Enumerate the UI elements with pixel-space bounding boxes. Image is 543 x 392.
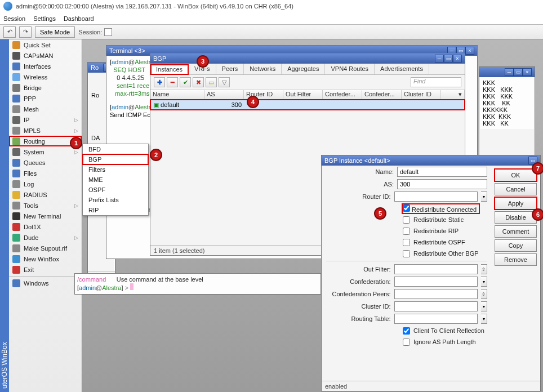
sidebar-item-capsman[interactable]: CAPsMAN: [9, 50, 82, 61]
dropdown-icon[interactable]: ▾: [481, 277, 488, 287]
menu-settings[interactable]: Settings: [33, 15, 56, 22]
tab-instances[interactable]: Instances: [150, 64, 189, 75]
submenu-item-bgp[interactable]: BGP: [83, 154, 148, 164]
column-header[interactable]: Name: [150, 90, 204, 100]
routerid-field[interactable]: [394, 191, 478, 202]
column-menu-icon[interactable]: ▾: [441, 90, 465, 100]
submenu-item-ospf[interactable]: OSPF: [83, 185, 148, 195]
routerid-dropdown-icon[interactable]: ▾: [481, 191, 488, 202]
safe-mode-button[interactable]: Safe Mode: [35, 26, 75, 38]
add-button[interactable]: ✚: [154, 77, 165, 87]
disable-button[interactable]: ✖: [193, 77, 204, 87]
sidebar-item-interfaces[interactable]: Interfaces: [9, 61, 82, 72]
remove-button[interactable]: ━: [167, 77, 178, 87]
client-to-client-checkbox[interactable]: [403, 327, 410, 335]
name-field[interactable]: [397, 167, 487, 177]
sidebar-item-bridge[interactable]: Bridge: [9, 82, 82, 93]
redo-button[interactable]: ↷: [19, 26, 32, 38]
sidebar-item-tools[interactable]: Tools▷: [9, 200, 82, 211]
sidebar-item-exit[interactable]: Exit: [9, 264, 82, 275]
dropdown-icon[interactable]: ⇳: [481, 264, 488, 274]
apply-button[interactable]: Apply: [495, 197, 537, 210]
sidebar-item-wireless[interactable]: Wireless: [9, 72, 82, 82]
submenu-item-prefix-lists[interactable]: Prefix Lists: [83, 195, 148, 205]
tab-aggregates[interactable]: Aggregates: [282, 64, 325, 74]
tab-vpn4-routes[interactable]: VPN4 Routes: [325, 64, 375, 74]
sidebar-item-dude[interactable]: Dude▷: [9, 232, 82, 243]
sidebar-item-mesh[interactable]: Mesh: [9, 104, 82, 114]
sidebar-item-newterm[interactable]: New Terminal: [9, 211, 82, 221]
callout-6: 6: [532, 208, 543, 221]
sidebar-item-newwinbox[interactable]: New WinBox: [9, 253, 82, 264]
comment-button[interactable]: ▭: [206, 77, 217, 87]
dropdown-icon[interactable]: ⇳: [481, 289, 488, 299]
as-field[interactable]: [397, 179, 487, 189]
column-header[interactable]: Confeder...: [362, 90, 402, 100]
close-icon[interactable]: ×: [523, 68, 532, 76]
submenu-item-mme[interactable]: MME: [83, 175, 148, 185]
close-icon[interactable]: ×: [465, 47, 474, 55]
table-row[interactable]: ▣ default 300: [150, 100, 465, 110]
sidebar-item-ppp[interactable]: PPP: [9, 93, 82, 104]
sidebar-item-ip[interactable]: IP▷: [9, 114, 82, 125]
min-icon[interactable]: ─: [435, 55, 444, 63]
outfilter-field[interactable]: [394, 264, 478, 274]
sidebar-item-mpls[interactable]: MPLS▷: [9, 125, 82, 136]
vertical-brand-bar: uterOS WinBox: [0, 39, 9, 392]
tab-advertisements[interactable]: Advertisements: [375, 64, 429, 74]
redistribute-connected-checkbox[interactable]: [403, 204, 410, 212]
submenu-item-rip[interactable]: RIP: [83, 205, 148, 215]
comment-button[interactable]: Comment: [495, 225, 537, 238]
sidebar-item-radius[interactable]: RADIUS: [9, 189, 82, 200]
routing-submenu[interactable]: BFDBGPFiltersMMEOSPFPrefix ListsRIP: [82, 144, 149, 216]
column-header[interactable]: Confeder...: [323, 90, 362, 100]
find-input[interactable]: Find: [411, 77, 461, 87]
sidebar-item-log[interactable]: Log: [9, 179, 82, 189]
sidebar-item-supout[interactable]: Make Supout.rif: [9, 243, 82, 253]
close-icon[interactable]: ×: [453, 55, 462, 63]
menu-session[interactable]: Session: [3, 15, 25, 22]
cancel-button[interactable]: Cancel: [495, 183, 537, 195]
tab-peers[interactable]: Peers: [216, 64, 244, 74]
redistribute-other-checkbox[interactable]: [403, 250, 410, 257]
enable-button[interactable]: ✔: [180, 77, 191, 87]
redistribute-rip-checkbox[interactable]: [403, 228, 410, 235]
redistribute-static-checkbox[interactable]: [403, 216, 410, 224]
disable-button[interactable]: Disable: [495, 211, 537, 224]
routing-table-field[interactable]: [394, 314, 478, 324]
session-checkbox[interactable]: [104, 28, 112, 36]
k-window[interactable]: ─▭× KKKKKK KKKKKK KKKKKK KKKKKKKKKKK KKK…: [479, 66, 535, 157]
dropdown-icon[interactable]: ▾: [481, 314, 488, 324]
column-header[interactable]: Cluster ID: [402, 90, 441, 100]
undo-button[interactable]: ↶: [3, 26, 16, 38]
tab-networks[interactable]: Networks: [244, 64, 282, 74]
min-icon[interactable]: ─: [505, 68, 514, 76]
window-title-bar[interactable]: BGP Instance <default> ▭: [322, 155, 540, 166]
command-bar[interactable]: /command Use command at the base level […: [74, 273, 321, 295]
sidebar-item-files[interactable]: Files: [9, 168, 82, 179]
bgp-instance-dialog[interactable]: BGP Instance <default> ▭ Name: AS: Route…: [321, 155, 541, 391]
menu-dashboard[interactable]: Dashboard: [64, 15, 94, 22]
max-icon[interactable]: ▭: [444, 55, 453, 63]
window-title-bar[interactable]: ─▭×: [479, 67, 535, 77]
column-header[interactable]: Out Filter: [283, 90, 323, 100]
redistribute-ospf-checkbox[interactable]: [403, 239, 410, 246]
confederation-field[interactable]: [394, 277, 478, 287]
clusterid-field[interactable]: [394, 301, 478, 311]
max-icon[interactable]: ▭: [514, 68, 523, 76]
remove-button[interactable]: Remove: [495, 253, 537, 266]
sidebar-item-windows[interactable]: Windows▷: [9, 278, 82, 288]
filter-button[interactable]: ▽: [219, 77, 230, 87]
ok-button[interactable]: OK: [495, 169, 537, 181]
sidebar-item-queues[interactable]: Queues: [9, 157, 82, 168]
sidebar-item-quickset[interactable]: Quick Set: [9, 39, 82, 50]
dropdown-icon[interactable]: ▾: [481, 301, 488, 311]
column-header[interactable]: AS: [204, 90, 244, 100]
sidebar-item-dot1x[interactable]: Dot1X: [9, 221, 82, 232]
submenu-item-filters[interactable]: Filters: [83, 164, 148, 175]
ignore-as-path-checkbox[interactable]: [403, 338, 410, 346]
sidebar-item-system[interactable]: System▷: [9, 146, 82, 157]
submenu-item-bfd[interactable]: BFD: [83, 144, 148, 154]
confederation-peers-field[interactable]: [394, 289, 478, 299]
copy-button[interactable]: Copy: [495, 239, 537, 252]
